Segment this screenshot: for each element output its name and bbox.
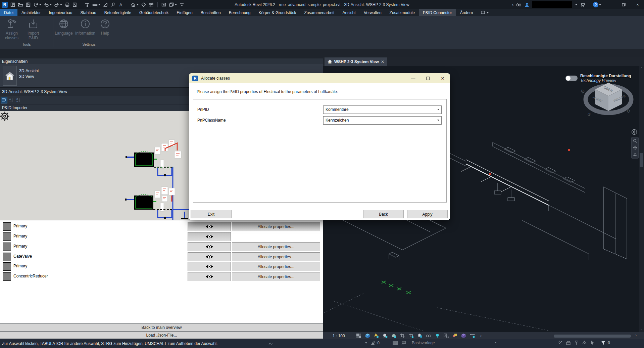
sync-caret-icon[interactable]: [39, 4, 41, 5]
scroll-down-icon[interactable]: ⌄: [640, 327, 643, 332]
ribbon-options-icon[interactable]: [477, 9, 493, 16]
assign-classes-button[interactable]: Assign classes: [1, 18, 22, 40]
dialog-apply-button[interactable]: Apply: [407, 210, 448, 218]
viewbar-expand-icon[interactable]: ‹: [480, 334, 482, 338]
select-underlay-icon[interactable]: [566, 340, 571, 345]
dialog-maximize-button[interactable]: [420, 73, 435, 83]
thin-lines-icon[interactable]: [149, 1, 154, 8]
lock-3d-view-icon[interactable]: [417, 333, 423, 339]
dialog-back-button[interactable]: Back: [363, 210, 404, 218]
tab-architektur[interactable]: Architektur: [17, 9, 45, 16]
import-pid-button[interactable]: Import P&ID: [23, 18, 44, 40]
shadows-icon[interactable]: [382, 333, 388, 339]
visibility-eye-button[interactable]: [188, 242, 231, 251]
orbit-icon[interactable]: [633, 153, 637, 157]
scroll-up-icon[interactable]: ⌃: [640, 66, 643, 71]
measure-icon[interactable]: [92, 1, 100, 8]
editable-only-icon[interactable]: :0: [370, 341, 380, 345]
switch-windows-caret-icon[interactable]: [175, 4, 177, 5]
redo-caret-icon[interactable]: [60, 4, 62, 5]
visibility-eye-button[interactable]: [188, 262, 231, 271]
close-button[interactable]: ×: [632, 0, 643, 9]
row-color-swatch[interactable]: [3, 232, 11, 241]
save-icon[interactable]: [26, 1, 31, 8]
sort-az-icon[interactable]: AZ: [8, 97, 14, 103]
allocate-properties-button[interactable]: Allocate properties...: [232, 222, 320, 231]
selection-filter[interactable]: :0: [601, 340, 610, 345]
section-icon[interactable]: [141, 1, 146, 8]
row-color-swatch[interactable]: [3, 243, 11, 251]
visual-style-icon[interactable]: [365, 333, 370, 339]
temporary-view-properties-icon[interactable]: [435, 333, 440, 339]
help-button-ribbon[interactable]: Help: [98, 18, 112, 40]
measure-display-icon[interactable]: [469, 333, 475, 339]
technology-preview-toggle[interactable]: [565, 76, 578, 81]
allocate-properties-button[interactable]: Allocate properties...: [232, 262, 320, 271]
load-json-button[interactable]: Load .Json-File...: [0, 331, 323, 339]
row-color-swatch[interactable]: [3, 272, 11, 281]
zoom-icon[interactable]: [633, 139, 637, 143]
view-caret-icon[interactable]: [137, 4, 139, 5]
scroll-right-icon[interactable]: ›: [635, 333, 637, 338]
allocate-properties-button[interactable]: Allocate properties...: [232, 272, 320, 281]
close-inactive-windows-icon[interactable]: [161, 1, 166, 8]
default-3d-view-icon[interactable]: [131, 1, 139, 8]
status-misc-icon[interactable]: [268, 341, 273, 346]
reveal-hidden-elements-icon[interactable]: [426, 333, 432, 339]
view-template-icon[interactable]: [401, 341, 406, 345]
row-color-swatch[interactable]: [3, 262, 11, 271]
tab-verwalten[interactable]: Verwalten: [360, 9, 386, 16]
print-icon[interactable]: [64, 1, 70, 8]
undo-icon[interactable]: [44, 1, 52, 8]
select-pinned-icon[interactable]: [574, 340, 579, 345]
sort-za-icon[interactable]: ZA: [15, 97, 21, 103]
redo-icon[interactable]: [54, 1, 62, 8]
dialog-minimize-button[interactable]: —: [406, 73, 420, 83]
account-caret-icon[interactable]: [575, 4, 577, 5]
search-binoculars-icon[interactable]: [516, 1, 522, 8]
worksharing-display-icon[interactable]: [443, 333, 449, 339]
pnpid-dropdown[interactable]: Kommentare: [323, 105, 442, 114]
select-by-face-icon[interactable]: [582, 340, 587, 345]
print-preview-icon[interactable]: [72, 1, 78, 8]
dimension-icon[interactable]: [103, 1, 108, 8]
dialog-close-button[interactable]: ✕: [435, 73, 450, 83]
show-crop-region-icon[interactable]: [408, 333, 414, 339]
align-icon[interactable]: [85, 1, 90, 8]
reveal-constraints-icon[interactable]: [461, 333, 466, 339]
dialog-exit-button[interactable]: Exit: [191, 210, 232, 218]
select-links-icon[interactable]: [558, 340, 563, 345]
collapse-chevron-icon[interactable]: ‹: [512, 1, 513, 8]
tab-gebaeudetechnik[interactable]: Gebäudetechnik: [135, 9, 172, 16]
back-to-overview-button[interactable]: Back to main overview: [0, 323, 323, 331]
drag-on-selection-icon[interactable]: [590, 340, 595, 345]
scrollbar-thumb[interactable]: [640, 153, 643, 167]
view-scale[interactable]: 1 : 100: [333, 334, 345, 338]
visibility-eye-button[interactable]: [188, 222, 231, 231]
steering-wheel-icon[interactable]: [631, 129, 637, 135]
view-template-label[interactable]: Basisvorlage: [412, 341, 435, 345]
tab-beschriften[interactable]: Beschriften: [197, 9, 225, 16]
visibility-eye-button[interactable]: [188, 252, 231, 261]
documents-icon[interactable]: [10, 1, 15, 8]
tab-aendern[interactable]: Ändern: [456, 9, 477, 16]
switch-windows-icon[interactable]: [169, 1, 177, 8]
detail-level-icon[interactable]: [356, 333, 362, 339]
store-cart-icon[interactable]: [580, 1, 585, 8]
customize-qat-icon[interactable]: [179, 1, 185, 8]
revit-logo[interactable]: R: [2, 1, 8, 8]
tab-ingenieurbau[interactable]: Ingenieurbau: [45, 9, 76, 16]
tab-einfuegen[interactable]: Einfügen: [172, 9, 196, 16]
property-list-icon[interactable]: [1, 97, 7, 103]
tab-stahlbau[interactable]: Stahlbau: [76, 9, 100, 16]
view-vertical-scrollbar[interactable]: ⌃ ⌄: [639, 66, 644, 332]
worksets-caret-icon[interactable]: [365, 342, 367, 344]
restore-button[interactable]: [618, 0, 629, 9]
tab-betonfertigteile[interactable]: Betonfertigteile: [100, 9, 135, 16]
displaced-elements-icon[interactable]: [452, 333, 458, 339]
tag-icon[interactable]: [110, 1, 116, 8]
render-dialog-icon[interactable]: [391, 333, 397, 339]
tab-zusammenarbeit[interactable]: Zusammenarbeit: [300, 9, 338, 16]
crop-view-icon[interactable]: [400, 333, 405, 339]
worksets-dialog-icon[interactable]: [392, 341, 398, 345]
